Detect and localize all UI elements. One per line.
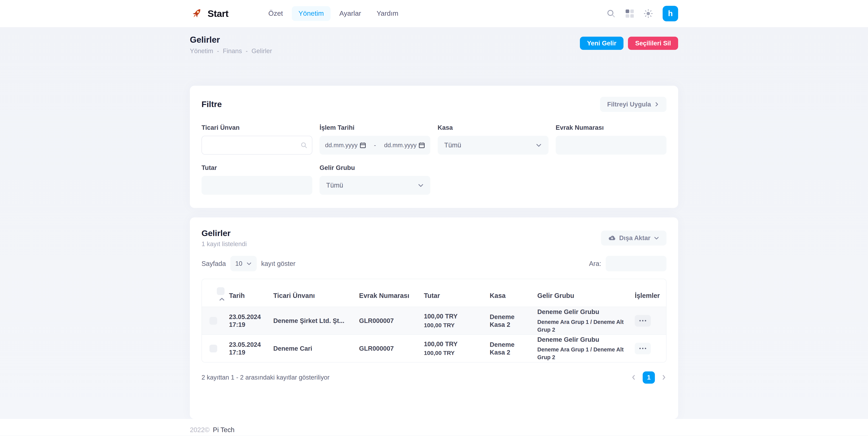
- apps-grid-icon[interactable]: [626, 9, 634, 18]
- column-header-kasa[interactable]: Kasa: [485, 279, 533, 307]
- column-header-evrak-numarasi[interactable]: Evrak Numarası: [355, 279, 420, 307]
- gelir-grubu-select[interactable]: Tümü: [319, 176, 430, 195]
- previous-page-icon[interactable]: [631, 374, 636, 380]
- row-checkbox[interactable]: [210, 317, 217, 325]
- apply-filter-button[interactable]: Filtreyi Uygula: [600, 97, 666, 112]
- row-group: Deneme Gelir Grubu: [537, 308, 626, 316]
- filter-title: Filtre: [202, 99, 222, 109]
- row-amount: 100,00 TRY: [424, 340, 481, 348]
- row-amount: 100,00 TRY: [424, 313, 481, 320]
- field-ticari-unvan: Ticari Ünvan: [202, 124, 312, 154]
- topbar: Start Özet Yönetim Ayarlar Yardım h: [0, 0, 868, 27]
- page-size-value: 10: [235, 260, 242, 267]
- page-header: Gelirler Yönetim - Finans - Gelirler Yen…: [190, 27, 678, 55]
- table-row: 23.05.2024 17:19 Deneme Cari GLR000007 1…: [202, 335, 666, 362]
- breadcrumb-item-finans[interactable]: Finans: [223, 47, 242, 55]
- main-nav: Özet Yönetim Ayarlar Yardım: [262, 6, 405, 21]
- column-header-gelir-grubu[interactable]: Gelir Grubu: [533, 279, 630, 307]
- calendar-icon[interactable]: [419, 142, 425, 148]
- chevron-down-icon: [246, 261, 252, 266]
- field-evrak-numarasi: Evrak Numarası: [556, 124, 666, 154]
- row-group-sub: Deneme Ara Grup 1 / Deneme Alt Grup 2: [537, 346, 626, 361]
- ellipsis-icon: [639, 320, 641, 321]
- chevron-down-icon: [536, 142, 542, 148]
- ticari-unvan-input[interactable]: [202, 136, 312, 154]
- row-actions-button[interactable]: [635, 343, 651, 354]
- search-icon: [301, 142, 307, 149]
- row-amount-secondary: 100,00 TRY: [424, 321, 481, 329]
- column-header-ticari-unvani[interactable]: Ticari Ünvanı: [269, 279, 355, 307]
- page-size-suffix: kayıt göster: [261, 260, 296, 267]
- pagination-info: 2 kayıttan 1 - 2 arasındaki kayıtlar gös…: [202, 374, 330, 381]
- field-label: İşlem Tarihi: [319, 124, 430, 131]
- row-time: 17:19: [229, 349, 265, 356]
- nav-item-yonetim[interactable]: Yönetim: [292, 6, 331, 21]
- filter-card: Filtre Filtreyi Uygula Ticari Ünvan: [190, 86, 678, 208]
- field-label: Gelir Grubu: [319, 164, 430, 171]
- cell-tutar: 100,00 TRY 100,00 TRY: [420, 313, 485, 329]
- list-title: Gelirler: [202, 229, 247, 238]
- row-time: 17:19: [229, 321, 265, 328]
- row-actions-button[interactable]: [635, 315, 651, 327]
- cell-ticari-unvani: Deneme Cari: [269, 345, 355, 352]
- column-header-tutar[interactable]: Tutar: [420, 279, 485, 307]
- cell-gelir-grubu: Deneme Gelir Grubu Deneme Ara Grup 1 / D…: [533, 336, 630, 361]
- breadcrumb-item-gelirler: Gelirler: [251, 47, 272, 55]
- sort-asc-icon[interactable]: [219, 297, 225, 301]
- income-list-card: Gelirler 1 kayıt listelendi Dışa Aktar S…: [190, 217, 678, 419]
- new-income-button[interactable]: Yeni Gelir: [580, 37, 624, 50]
- tutar-input[interactable]: [202, 176, 312, 195]
- export-label: Dışa Aktar: [619, 234, 650, 242]
- cell-kasa: Deneme Kasa 2: [485, 313, 533, 328]
- kasa-select[interactable]: Tümü: [438, 136, 549, 154]
- nav-item-ayarlar[interactable]: Ayarlar: [333, 6, 368, 21]
- breadcrumb-separator: -: [217, 48, 219, 54]
- row-date: 23.05.2024: [229, 313, 265, 321]
- nav-item-ozet[interactable]: Özet: [262, 6, 290, 21]
- rocket-icon: [190, 7, 203, 20]
- date-range-separator: -: [374, 142, 376, 149]
- cell-ticari-unvani: Deneme Şirket Ltd. Şt...: [269, 317, 355, 325]
- field-kasa: Kasa Tümü: [438, 124, 549, 154]
- field-gelir-grubu: Gelir Grubu Tümü: [319, 164, 430, 195]
- brand-name: Start: [208, 8, 228, 19]
- field-islem-tarihi: İşlem Tarihi dd.mm.yyyy - dd.mm.yyyy: [319, 124, 430, 154]
- row-checkbox[interactable]: [210, 345, 217, 352]
- pagination: 2 kayıttan 1 - 2 arasındaki kayıtlar gös…: [202, 371, 666, 384]
- brand-logo[interactable]: Start: [190, 7, 228, 20]
- breadcrumb-item-yonetim[interactable]: Yönetim: [190, 47, 213, 55]
- footer-company-link[interactable]: Pi Tech: [213, 426, 235, 434]
- calendar-icon[interactable]: [360, 142, 366, 148]
- page-size-select[interactable]: 10: [230, 256, 257, 271]
- page-number-button[interactable]: 1: [643, 371, 655, 384]
- cell-tarih: 23.05.2024 17:19: [224, 313, 269, 328]
- field-label: Tutar: [202, 164, 312, 171]
- next-page-icon[interactable]: [661, 374, 666, 380]
- delete-selected-button[interactable]: Seçilileri Sil: [628, 37, 678, 50]
- export-button[interactable]: Dışa Aktar: [601, 231, 666, 245]
- column-header-islemler: İşlemler: [630, 279, 666, 307]
- selected-value: Tümü: [326, 181, 343, 189]
- chevron-down-icon: [418, 182, 424, 188]
- row-group: Deneme Gelir Grubu: [537, 336, 626, 344]
- search-icon[interactable]: [607, 9, 616, 18]
- page-title: Gelirler: [190, 35, 272, 45]
- app: Start Özet Yönetim Ayarlar Yardım h: [0, 0, 868, 436]
- column-header-tarih[interactable]: Tarih: [224, 279, 269, 307]
- avatar[interactable]: h: [662, 6, 678, 21]
- cloud-download-icon: [608, 235, 616, 241]
- select-all-checkbox[interactable]: [217, 287, 224, 295]
- date-from-input[interactable]: dd.mm.yyyy: [325, 142, 366, 149]
- cell-gelir-grubu: Deneme Gelir Grubu Deneme Ara Grup 1 / D…: [533, 308, 630, 333]
- date-to-input[interactable]: dd.mm.yyyy: [384, 142, 425, 149]
- chevron-right-icon: [654, 102, 659, 107]
- selected-value: Tümü: [444, 141, 461, 149]
- table-search-input[interactable]: [606, 256, 666, 271]
- page-size-control: Sayfada 10 kayıt göster: [202, 256, 296, 271]
- date-placeholder: dd.mm.yyyy: [325, 142, 358, 149]
- theme-sun-icon[interactable]: [644, 9, 653, 18]
- cell-tutar: 100,00 TRY 100,00 TRY: [420, 340, 485, 357]
- field-label: Evrak Numarası: [556, 124, 666, 131]
- evrak-numarasi-input[interactable]: [556, 136, 666, 154]
- nav-item-yardim[interactable]: Yardım: [370, 6, 405, 21]
